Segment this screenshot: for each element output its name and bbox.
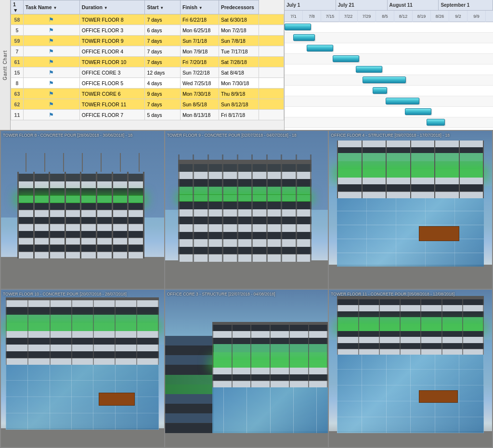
gantt-month: July 21 (336, 0, 388, 10)
gantt-bar (386, 98, 419, 104)
cell-pred (259, 25, 284, 36)
gantt-bar-row (285, 86, 493, 96)
cell-start: Mon 8/13/18 (180, 110, 219, 120)
cell-finish: Thu 8/9/18 (219, 89, 259, 99)
gantt-day: 7/29 (358, 11, 376, 22)
cell-finish: Sat 8/4/18 (219, 67, 259, 78)
gantt-sidebar-label: Gantt Chart (0, 0, 11, 130)
gantt-month: September 1 (439, 0, 493, 10)
gantt-row: 63 ⚑ TOWER CORE 6 9 days Mon 7/30/18 Thu… (11, 89, 284, 99)
cell-start: Mon 6/25/18 (180, 25, 219, 36)
cell-start: Mon 7/9/18 (180, 46, 219, 57)
gantt-tbody: 58 ⚑ TOWER FLOOR 8 7 days Fri 6/22/18 Sa… (11, 14, 284, 120)
col-header-finish[interactable]: Finish ▼ (180, 0, 219, 14)
gantt-table: 1 ▼ Task Name ▼ Duration ▼ Start ▼ Finis… (11, 0, 284, 120)
cell-duration: 7 days (145, 57, 180, 67)
col-header-taskname[interactable]: Task Name ▼ (23, 0, 79, 14)
col-header-start[interactable]: Start ▼ (145, 0, 180, 14)
gantt-row: 7 ⚑ OFFICE FLOOR 4 7 days Mon 7/9/18 Tue… (11, 46, 284, 57)
cell-taskname: OFFICE FLOOR 3 (79, 25, 145, 36)
cell-icon: ⚑ (23, 25, 79, 36)
gantt-day: 9/9 (467, 11, 486, 22)
view-panel-5: OFFICE CORE 3 - STRUCTURE [22/07/2018 - … (165, 290, 328, 448)
gantt-day: 7/15 (321, 11, 339, 22)
cell-id: 58 (11, 14, 24, 25)
col-header-pred[interactable]: Predecessors (219, 0, 259, 14)
cell-duration: 7 days (145, 99, 180, 110)
gantt-day: 9/2 (449, 11, 467, 22)
cell-icon: ⚑ (23, 110, 79, 120)
cell-start: Sun 8/5/18 (180, 99, 219, 110)
gantt-bar (363, 77, 406, 83)
gantt-bar-row (285, 107, 493, 117)
gantt-bar (307, 45, 333, 51)
cell-duration: 7 days (145, 46, 180, 57)
gantt-day: 8/5 (376, 11, 394, 22)
cell-pred (259, 110, 284, 120)
gantt-row: 61 ⚑ TOWER FLOOR 10 7 days Fri 7/20/18 S… (11, 57, 284, 67)
cell-finish: Sat 7/28/18 (219, 57, 259, 67)
gantt-day: 7/1 (285, 11, 303, 22)
cell-duration: 7 days (145, 36, 180, 46)
col-header-id[interactable]: 1 ▼ (11, 0, 24, 14)
gantt-bar (285, 24, 311, 30)
cell-duration: 4 days (145, 78, 180, 89)
gantt-bar-row (285, 117, 493, 128)
gantt-bar (427, 119, 445, 126)
cell-start: Sun 7/1/18 (180, 36, 219, 46)
cell-taskname: OFFICE FLOOR 5 (79, 78, 145, 89)
cell-finish: Mon 7/30/18 (219, 78, 259, 89)
gantt-bar (356, 66, 382, 73)
view-panel-4: TOWER FLOOR 10 - CONCRETE POUR [20/07/20… (1, 290, 164, 448)
view-panel-2: TOWER FLOOR 9 - CONCRETE POUR [02/07/201… (165, 131, 328, 289)
cell-taskname: TOWER FLOOR 10 (79, 57, 145, 67)
cell-pred (259, 57, 284, 67)
cell-icon: ⚑ (23, 36, 79, 46)
gantt-bar-row (285, 33, 493, 43)
cell-finish: Sun 8/12/18 (219, 99, 259, 110)
cell-id: 15 (11, 67, 24, 78)
cell-start: Wed 7/25/18 (180, 78, 219, 89)
col-header-duration[interactable]: Duration ▼ (79, 0, 145, 14)
cell-duration: 12 days (145, 67, 180, 78)
view-label-3: OFFICE FLOOR 4 - STRUCTURE [09/07/2018 -… (331, 133, 450, 138)
cell-taskname: TOWER FLOOR 8 (79, 14, 145, 25)
cell-id: 61 (11, 57, 24, 67)
cell-start: Fri 6/22/18 (180, 14, 219, 25)
gantt-row: 11 ⚑ OFFICE FLOOR 7 5 days Mon 8/13/18 F… (11, 110, 284, 120)
cell-duration: 7 days (145, 14, 180, 25)
view-panel-6: TOWER FLOOR 11 - CONCRETE POUR [05/08/20… (329, 290, 492, 448)
gantt-bar (333, 55, 359, 62)
cell-icon: ⚑ (23, 57, 79, 67)
view-label-4: TOWER FLOOR 10 - CONCRETE POUR [20/07/20… (3, 292, 127, 296)
cell-duration: 9 days (145, 89, 180, 99)
gantt-row: 59 ⚑ TOWER FLOOR 9 7 days Sun 7/1/18 Sun… (11, 36, 284, 46)
gantt-day: 7/22 (339, 11, 358, 22)
gantt-bar-row (285, 75, 493, 86)
cell-finish: Mon 7/2/18 (219, 25, 259, 36)
cell-finish: Sun 7/8/18 (219, 36, 259, 46)
cell-taskname: TOWER CORE 6 (79, 89, 145, 99)
gantt-day: 8/12 (394, 11, 413, 22)
cell-id: 62 (11, 99, 24, 110)
cell-start: Sun 7/22/18 (180, 67, 219, 78)
cell-pred (259, 36, 284, 46)
cell-id: 59 (11, 36, 24, 46)
cell-pred (259, 99, 284, 110)
gantt-row: 58 ⚑ TOWER FLOOR 8 7 days Fri 6/22/18 Sa… (11, 14, 284, 25)
view-label-2: TOWER FLOOR 9 - CONCRETE POUR [02/07/201… (167, 133, 297, 138)
gantt-bar-row (285, 96, 493, 107)
cell-id: 7 (11, 46, 24, 57)
gantt-row: 5 ⚑ OFFICE FLOOR 3 6 days Mon 6/25/18 Mo… (11, 25, 284, 36)
view-panel-3: OFFICE FLOOR 4 - STRUCTURE [09/07/2018 -… (329, 131, 492, 289)
gantt-day: 8/26 (431, 11, 449, 22)
cell-icon: ⚑ (23, 99, 79, 110)
view-label-6: TOWER FLOOR 11 - CONCRETE POUR [05/08/20… (331, 292, 454, 296)
gantt-bar-row (285, 22, 493, 33)
cell-pred (259, 46, 284, 57)
gantt-day-row: 7/17/87/157/227/298/58/128/198/269/29/9 (285, 11, 493, 22)
cell-icon: ⚑ (23, 89, 79, 99)
gantt-bar (405, 108, 431, 115)
cell-id: 5 (11, 25, 24, 36)
cell-id: 63 (11, 89, 24, 99)
